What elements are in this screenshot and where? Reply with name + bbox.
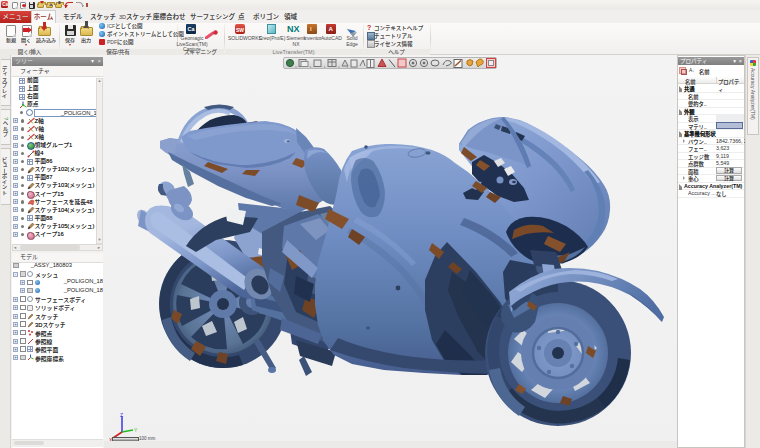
svg-text:Y: Y — [134, 427, 138, 433]
svg-text:Z: Z — [120, 412, 123, 418]
